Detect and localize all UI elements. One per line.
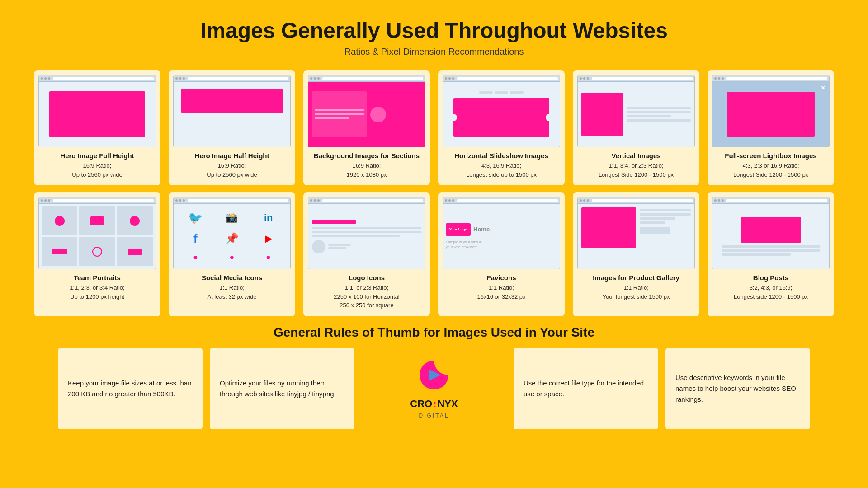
card-team-portraits: Team Portraits 1:1, 2:3, or 3:4 Ratio; U…: [34, 192, 160, 316]
card-img-product-gallery: [577, 197, 695, 269]
card-title-lightbox: Full-screen Lightbox Images: [725, 152, 816, 160]
card-desc-lightbox: 4:3, 2:3 or 16:9 Ratio; Longest Side 120…: [733, 161, 808, 179]
card-desc-slideshow: 4:3, 16:9 Ratio; Longest side up to 1500…: [466, 161, 537, 179]
linkedin-icon: in: [264, 212, 273, 224]
tip-card-2: Optimize your files by running them thro…: [210, 348, 354, 429]
card-title-hero-full: Hero Image Full Height: [60, 152, 134, 160]
tip-card-3: Use the correct file type for the intend…: [514, 348, 658, 429]
card-img-blog-posts: [712, 197, 830, 269]
card-img-slideshow: [443, 75, 560, 147]
tip-text-1: Keep your image file sizes at or less th…: [68, 378, 193, 399]
card-social-media: 🐦 📸 in f 📌 ▶ ● ● ● Social Media Icons 1:…: [169, 192, 295, 316]
card-title-bg-sections: Background Images for Sections: [314, 152, 420, 160]
card-img-logo-icons: [308, 197, 425, 269]
page-title: Images Generally Used Throughout Website…: [27, 18, 841, 43]
card-desc-vertical: 1:1, 3:4, or 2:3 Ratio; Longest Side 120…: [599, 161, 674, 179]
card-img-favicons: Your Logo Home Sample of your tabs inyou…: [443, 197, 560, 269]
pinterest-icon: 📌: [225, 232, 239, 245]
card-title-blog-posts: Blog Posts: [753, 274, 788, 282]
card-desc-team-portraits: 1:1, 2:3, or 3:4 Ratio; Up to 1200 px he…: [70, 283, 124, 301]
card-title-vertical: Vertical Images: [611, 152, 660, 160]
card-title-social-media: Social Media Icons: [202, 274, 262, 282]
tip-card-4: Use descriptive keywords in your file na…: [665, 348, 810, 429]
tip-text-4: Use descriptive keywords in your file na…: [675, 372, 800, 405]
card-desc-favicons: 1:1 Ratio; 16x16 or 32x32 px: [477, 283, 526, 301]
card-slideshow: Horizontal Slideshow Images 4:3, 16:9 Ra…: [438, 70, 565, 185]
card-img-vertical: [577, 75, 695, 147]
card-img-lightbox: ✕: [712, 75, 830, 147]
card-row-2: Team Portraits 1:1, 2:3, or 3:4 Ratio; U…: [27, 192, 841, 316]
tip-text-3: Use the correct file type for the intend…: [524, 378, 648, 399]
cronyx-logo-icon: [416, 357, 452, 393]
extra-icon-3: ●: [266, 253, 271, 262]
bottom-section: General Rules of Thumb for Images Used i…: [27, 325, 841, 429]
instagram-icon: 📸: [226, 212, 238, 224]
card-blog-posts: Blog Posts 3:2, 4:3, or 16:9; Longest si…: [708, 192, 834, 316]
card-favicons: Your Logo Home Sample of your tabs inyou…: [438, 192, 565, 316]
tip-text-2: Optimize your files by running them thro…: [220, 378, 344, 399]
bottom-title: General Rules of Thumb for Images Used i…: [27, 325, 841, 340]
card-title-team-portraits: Team Portraits: [74, 274, 121, 282]
card-desc-hero-full: 16:9 Ratio; Up to 2560 px wide: [72, 161, 122, 179]
card-img-bg-sections: [308, 75, 425, 147]
card-hero-half: Hero Image Half Height 16:9 Ratio; Up to…: [169, 70, 295, 185]
page-subtitle: Ratios & Pixel Dimension Recommendations: [27, 47, 841, 57]
card-vertical: Vertical Images 1:1, 3:4, or 2:3 Ratio; …: [573, 70, 699, 185]
cronyx-colon: :: [433, 396, 436, 412]
card-title-hero-half: Hero Image Half Height: [194, 152, 269, 160]
card-desc-social-media: 1:1 Ratio; At least 32 px wide: [207, 283, 256, 301]
card-img-hero-full: [38, 75, 156, 147]
card-bg-sections: Background Images for Sections 16:9 Rati…: [303, 70, 430, 185]
extra-icon-1: ●: [193, 253, 198, 262]
card-desc-product-gallery: 1:1 Ratio; Your longest side 1500 px: [602, 283, 670, 301]
card-img-social-media: 🐦 📸 in f 📌 ▶ ● ● ●: [173, 197, 291, 269]
card-title-favicons: Favicons: [486, 274, 516, 282]
cronyx-sub: DIGITAL: [419, 412, 449, 420]
card-title-product-gallery: Images for Product Gallery: [593, 274, 679, 282]
card-img-team-portraits: [38, 197, 156, 269]
card-hero-full: Hero Image Full Height 16:9 Ratio; Up to…: [34, 70, 160, 185]
bottom-cards: Keep your image file sizes at or less th…: [27, 348, 841, 429]
extra-icon-2: ●: [230, 253, 235, 262]
cronyx-logo: CRO : NYX DIGITAL: [362, 348, 506, 429]
facebook-icon: f: [193, 232, 198, 246]
card-logo-icons: Logo Icons 1:1, or 2:3 Ratio; 2250 x 100…: [303, 192, 430, 316]
cronyx-name-cro: CRO: [410, 396, 432, 412]
card-desc-blog-posts: 3:2, 4:3, or 16:9; Longest side 1200 - 1…: [734, 283, 808, 301]
card-img-hero-half: [173, 75, 291, 147]
card-desc-hero-half: 16:9 Ratio; Up to 2560 px wide: [207, 161, 257, 179]
twitter-icon: 🐦: [188, 211, 203, 225]
card-title-slideshow: Horizontal Slideshow Images: [454, 152, 548, 160]
card-desc-logo-icons: 1:1, or 2:3 Ratio; 2250 x 100 for Horizo…: [334, 283, 399, 310]
tip-card-1: Keep your image file sizes at or less th…: [58, 348, 203, 429]
card-desc-bg-sections: 16:9 Ratio; 868 x 488 px: [347, 161, 387, 179]
cronyx-name-nyx: NYX: [437, 396, 458, 412]
card-product-gallery: Images for Product Gallery 1:1 Ratio; Yo…: [573, 192, 699, 316]
card-title-logo-icons: Logo Icons: [349, 274, 385, 282]
youtube-icon: ▶: [265, 233, 272, 244]
card-row-1: Hero Image Full Height 16:9 Ratio; Up to…: [27, 70, 841, 185]
card-lightbox: ✕ Full-screen Lightbox Images 4:3, 2:3 o…: [708, 70, 834, 185]
